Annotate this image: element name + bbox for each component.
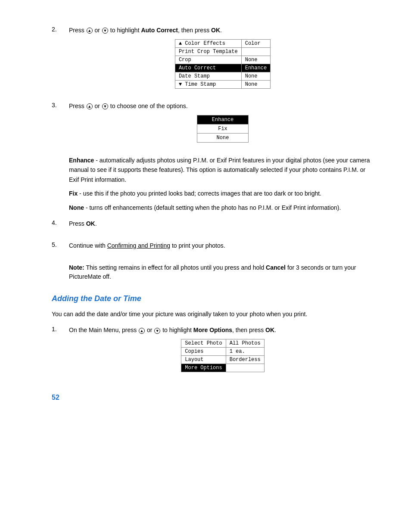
main-menu-table: Select Photo All Photos Copies 1 ea. Lay… [181, 339, 264, 372]
main-row-more-options: More Options [181, 364, 264, 372]
cell-select-photo-label: Select Photo [181, 339, 226, 348]
term-enhance: Enhance [69, 157, 94, 164]
up-icon-2: ▲ [87, 103, 93, 109]
cell-time-stamp-label: ▼ Time Stamp [175, 81, 241, 89]
cell-layout-value: Borderless [226, 356, 264, 364]
cell-crop-label: Crop [175, 56, 241, 64]
main-row-copies: Copies 1 ea. [181, 348, 264, 356]
note-cancel-word: Cancel [266, 264, 286, 271]
step-section-1-number: 1. [52, 326, 69, 333]
descriptions: Enhance - automatically adjusts photos u… [69, 156, 377, 212]
down-icon-2: ▼ [102, 103, 108, 109]
option-none-cell: None [197, 134, 249, 143]
confirming-printing-link[interactable]: Confirming and Printing [107, 242, 170, 249]
step-4-content: Press OK. [69, 219, 377, 233]
note-block: Note: This setting remains in effect for… [69, 263, 377, 281]
cell-select-photo-value: All Photos [226, 339, 264, 348]
description-fix: Fix - use this if the photo you printed … [69, 189, 377, 198]
description-none: None - turns off enhancements (default s… [69, 203, 377, 212]
description-enhance: Enhance - automatically adjusts photos u… [69, 156, 377, 184]
step-section-1-text: On the Main Menu, press ▲ or ▼ to highli… [69, 326, 377, 335]
cell-date-stamp-label: Date Stamp [175, 72, 241, 81]
step-3-number: 3. [52, 102, 69, 109]
step-section-1: 1. On the Main Menu, press ▲ or ▼ to hig… [52, 326, 377, 376]
option-fix-row: Fix [197, 124, 249, 134]
cell-date-stamp-value: None [241, 72, 270, 81]
cell-copies-value: 1 ea. [226, 348, 264, 356]
cell-auto-correct-label: Auto Correct [175, 64, 241, 72]
cell-more-options-value [226, 364, 264, 372]
option-none-row: None [197, 134, 249, 143]
step-3-content: Press ▲ or ▼ to choose one of the option… [69, 102, 377, 147]
up-icon-3: ▲ [139, 328, 145, 334]
section-heading: Adding the Date or Time [52, 294, 377, 303]
highlight-more-options: More Options [193, 327, 232, 333]
ok-word: OK [211, 27, 220, 34]
main-row-select-photo: Select Photo All Photos [181, 339, 264, 348]
cell-more-options-label: More Options [181, 364, 226, 372]
cell-copies-label: Copies [181, 348, 226, 356]
up-icon: ▲ [87, 28, 93, 34]
cell-color-effects-label: ▲ Color Effects [175, 40, 241, 48]
option-enhance-cell: Enhance [197, 115, 249, 124]
highlight-word: Auto Correct [141, 27, 178, 34]
cell-print-crop-value [241, 48, 270, 56]
step-5-number: 5. [52, 241, 69, 248]
down-icon: ▼ [102, 28, 108, 34]
step-4-text: Press OK. [69, 219, 377, 228]
menu-row-time-stamp: ▼ Time Stamp None [175, 81, 270, 89]
menu-row-print-crop: Print Crop Template [175, 48, 270, 56]
step-3: 3. Press ▲ or ▼ to choose one of the opt… [52, 102, 377, 147]
down-icon-3: ▼ [154, 328, 160, 334]
cell-time-stamp-value: None [241, 81, 270, 89]
menu-row-color-effects: ▲ Color Effects Color [175, 40, 270, 48]
cell-print-crop-label: Print Crop Template [175, 48, 241, 56]
options-table: Enhance Fix None [197, 115, 249, 143]
step-2: 2. Press ▲ or ▼ to highlight Auto Correc… [52, 26, 377, 93]
step-3-text: Press ▲ or ▼ to choose one of the option… [69, 102, 377, 111]
main-row-layout: Layout Borderless [181, 356, 264, 364]
menu-table-1: ▲ Color Effects Color Print Crop Templat… [175, 39, 271, 89]
step-5-content: Continue with Confirming and Printing to… [69, 241, 377, 255]
step-2-content: Press ▲ or ▼ to highlight Auto Correct, … [69, 26, 377, 93]
menu-row-auto-correct: Auto Correct Enhance [175, 64, 270, 72]
page-content: 2. Press ▲ or ▼ to highlight Auto Correc… [52, 26, 377, 401]
term-fix: Fix [69, 190, 78, 197]
note-text: This setting remains in effect for all p… [84, 264, 264, 271]
term-none: None [69, 204, 84, 211]
option-enhance-row: Enhance [197, 115, 249, 124]
step-2-text: Press ▲ or ▼ to highlight Auto Correct, … [69, 26, 377, 35]
cell-color-effects-value: Color [241, 40, 270, 48]
step-5-text: Continue with Confirming and Printing to… [69, 241, 377, 250]
step-2-number: 2. [52, 26, 69, 33]
option-fix-cell: Fix [197, 124, 249, 134]
ok-word-section: OK [265, 327, 274, 333]
step-4: 4. Press OK. [52, 219, 377, 233]
menu-row-date-stamp: Date Stamp None [175, 72, 270, 81]
note-label: Note: [69, 264, 84, 271]
page-number: 52 [52, 394, 377, 401]
menu-row-crop: Crop None [175, 56, 270, 64]
step-section-1-content: On the Main Menu, press ▲ or ▼ to highli… [69, 326, 377, 376]
cell-crop-value: None [241, 56, 270, 64]
section-intro: You can add the date and/or time your pi… [52, 309, 377, 319]
cell-layout-label: Layout [181, 356, 226, 364]
step-5: 5. Continue with Confirming and Printing… [52, 241, 377, 255]
cell-auto-correct-value: Enhance [241, 64, 270, 72]
ok-word-4: OK [86, 220, 95, 227]
step-4-number: 4. [52, 219, 69, 226]
